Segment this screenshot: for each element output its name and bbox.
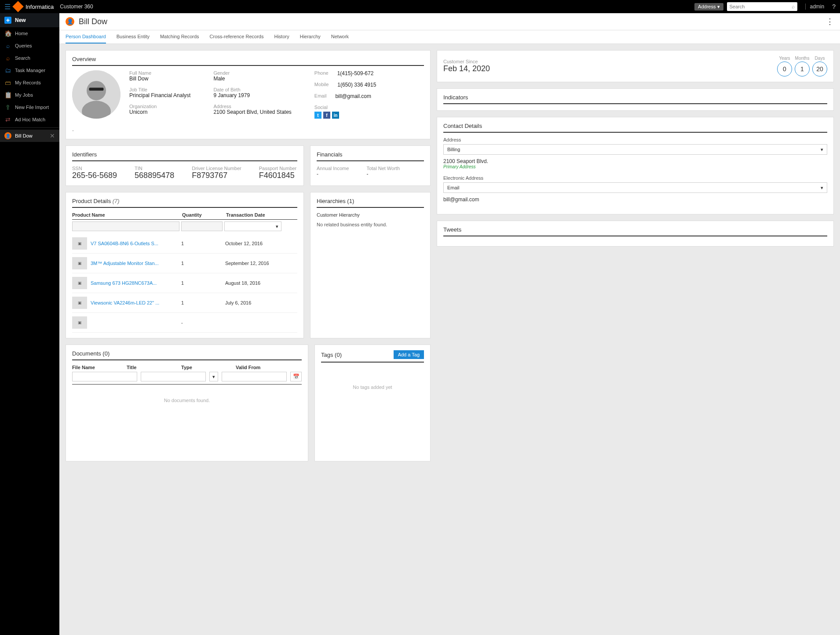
doc-file-header[interactable]: File Name (72, 365, 123, 370)
tab-business-entity[interactable]: Business Entity (117, 30, 150, 44)
search-input[interactable] (727, 2, 797, 11)
product-thumb: ▣ (72, 297, 87, 309)
chevron-down-icon: ▾ (821, 185, 823, 191)
doc-title-header[interactable]: Title (127, 365, 178, 370)
income-label: Annual Income (317, 166, 349, 171)
quantity-filter[interactable] (181, 221, 223, 231)
tab-cross-reference[interactable]: Cross-reference Records (210, 30, 264, 44)
doc-file-filter[interactable] (72, 372, 137, 381)
overview-card: Overview Full NameBill Dow Job TitlePrin… (66, 50, 431, 139)
doc-title-filter[interactable] (141, 372, 206, 381)
product-thumb: ▣ (72, 257, 87, 269)
address-type-dropdown[interactable]: Billing▾ (443, 144, 827, 155)
product-link[interactable]: Viewsonic VA2246m-LED 22" ... (91, 300, 181, 305)
product-name-header[interactable]: Product Name (72, 212, 182, 218)
product-link[interactable]: V7 SA0604B-8N6 6-Outlets S... (91, 241, 181, 246)
new-button[interactable]: + New (0, 13, 59, 27)
doc-valid-filter[interactable] (222, 372, 287, 381)
sidebar-item-search[interactable]: ⌕Search (0, 52, 59, 64)
date-filter-dropdown[interactable]: ▾ (224, 221, 281, 231)
search-icon[interactable]: ⌕ (792, 4, 795, 10)
product-thumb: ▣ (72, 237, 87, 250)
customer-since-label: Customer Since (443, 59, 490, 64)
customer-since-date: Feb 14, 2020 (443, 64, 490, 73)
product-name-filter[interactable] (72, 221, 179, 231)
elec-type-dropdown[interactable]: Email▾ (443, 182, 827, 193)
contact-details-card: Contact Details Address Billing▾ 2100 Se… (437, 117, 834, 214)
sidebar-item-file-import[interactable]: ⇪New File Import (0, 101, 59, 113)
sidebar-item-my-jobs[interactable]: 📋My Jobs (0, 89, 59, 101)
avatar (72, 70, 121, 119)
documents-title: Documents (0) (72, 350, 302, 360)
doc-valid-header[interactable]: Valid From (236, 365, 287, 370)
ssn-value: 265-56-5689 (72, 171, 117, 180)
identifiers-title: Identifiers (72, 151, 297, 161)
search-scope-dropdown[interactable]: Address ▾ (694, 3, 723, 11)
financials-card: Financials Annual Income- Total Net Wort… (310, 145, 431, 186)
sidebar-item-queries[interactable]: ⌕Queries (0, 40, 59, 52)
sidebar-open-record[interactable]: 👤 Bill Dow ✕ (0, 130, 59, 142)
record-menu-icon[interactable]: ⋮ (826, 17, 834, 26)
job-title-label: Job Title (129, 87, 190, 92)
gender-value: Male (213, 76, 291, 82)
add-tag-button[interactable]: Add a Tag (394, 350, 424, 359)
sidebar-item-adhoc-match[interactable]: ⇄Ad Hoc Match (0, 113, 59, 126)
hierarchies-title: Hierarchies (1) (317, 198, 424, 208)
twitter-icon[interactable]: t (314, 112, 321, 119)
tab-matching-records[interactable]: Matching Records (160, 30, 199, 44)
doc-type-header[interactable]: Type (181, 365, 232, 370)
facebook-icon[interactable]: f (323, 112, 330, 119)
product-date: August 18, 2016 (225, 280, 297, 286)
sidebar-item-home[interactable]: 🏠Home (0, 27, 59, 40)
task-icon: 🗂 (4, 67, 11, 74)
tab-person-dashboard[interactable]: Person Dashboard (66, 30, 106, 44)
job-title-value: Principal Financial Analyst (129, 92, 190, 98)
full-name-value: Bill Dow (129, 76, 190, 82)
cd-address-label: Address (443, 137, 827, 142)
logo-icon (12, 1, 23, 12)
doc-type-filter[interactable]: ▾ (209, 372, 218, 381)
sidebar-item-task-manager[interactable]: 🗂Task Manager (0, 64, 59, 76)
indicators-title: Indicators (443, 94, 827, 104)
sidebar-item-my-records[interactable]: 🗃My Records (0, 76, 59, 89)
cd-address-line: 2100 Seaport Blvd. (443, 158, 827, 164)
email-value: bill@gmail.com (335, 93, 371, 99)
tin-label: TIN (135, 166, 174, 171)
address-label: Address (213, 104, 291, 109)
svg-rect-2 (89, 88, 104, 91)
tags-card: Tags (0) Add a Tag No tags added yet (314, 345, 431, 461)
product-link[interactable]: 3M™ Adjustable Monitor Stan... (91, 261, 181, 266)
tab-hierarchy[interactable]: Hierarchy (300, 30, 321, 44)
years-label: Years (777, 56, 792, 61)
days-label: Days (812, 56, 827, 61)
dln-label: Driver License Number (192, 166, 241, 171)
table-row: ▣ Samsung 673 HG28NC673A... 1 August 18,… (72, 273, 297, 293)
documents-card: Documents (0) File Name Title Type Valid… (66, 345, 308, 461)
new-label: New (15, 17, 26, 23)
tab-network[interactable]: Network (331, 30, 349, 44)
social-label: Social (314, 105, 376, 110)
search-nav-icon: ⌕ (4, 54, 11, 62)
linkedin-icon[interactable]: in (332, 112, 339, 119)
product-link[interactable]: Samsung 673 HG28NC673A... (91, 280, 181, 286)
months-label: Months (795, 56, 810, 61)
customer-since-card: Customer Since Feb 14, 2020 Years0 Month… (437, 50, 834, 82)
admin-label[interactable]: admin (805, 4, 825, 10)
hamburger-icon[interactable]: ☰ (4, 3, 11, 11)
years-value: 0 (777, 62, 792, 76)
calendar-icon[interactable]: 📅 (290, 372, 302, 381)
tab-history[interactable]: History (274, 30, 289, 44)
no-tags-msg: No tags added yet (321, 367, 424, 407)
phone-label: Phone (314, 70, 329, 76)
mobile-value: 1(650) 336 4915 (337, 82, 376, 88)
help-icon[interactable]: ? (832, 3, 836, 10)
table-row: ▣ 3M™ Adjustable Monitor Stan... 1 Septe… (72, 254, 297, 273)
hierarchies-card: Hierarchies (1) Customer Hierarchy No re… (310, 192, 431, 338)
date-header[interactable]: Transaction Date (226, 212, 297, 218)
content-area: 👤 Bill Dow ⋮ Person Dashboard Business E… (59, 13, 840, 635)
quantity-header[interactable]: Quantity (182, 212, 226, 218)
full-name-label: Full Name (129, 70, 190, 76)
passport-label: Passport Number (259, 166, 297, 171)
close-icon[interactable]: ✕ (50, 132, 55, 139)
organization-value: Unicorn (129, 109, 190, 115)
